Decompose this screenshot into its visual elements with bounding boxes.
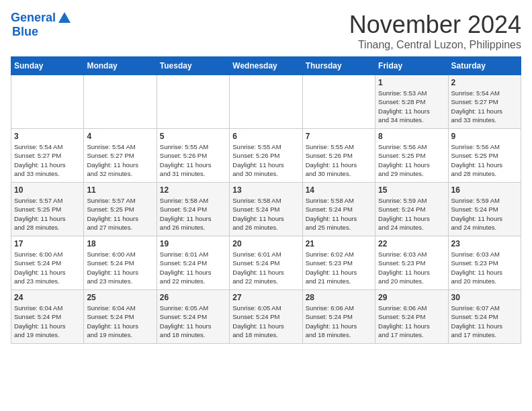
day-info: Sunrise: 5:54 AM Sunset: 5:27 PM Dayligh… [14,142,81,178]
day-info: Sunrise: 6:04 AM Sunset: 5:24 PM Dayligh… [14,304,81,339]
calendar-week-row: 1Sunrise: 5:53 AM Sunset: 5:28 PM Daylig… [11,75,521,129]
calendar-cell [302,75,375,129]
day-number: 30 [451,293,518,302]
day-info: Sunrise: 5:58 AM Sunset: 5:24 PM Dayligh… [160,196,226,232]
calendar-cell [157,75,229,129]
day-info: Sunrise: 5:53 AM Sunset: 5:28 PM Dayligh… [378,89,445,124]
day-number: 26 [160,293,226,302]
day-number: 3 [14,132,81,141]
day-info: Sunrise: 6:05 AM Sunset: 5:24 PM Dayligh… [232,304,299,339]
day-info: Sunrise: 5:59 AM Sunset: 5:24 PM Dayligh… [451,196,518,232]
day-info: Sunrise: 6:04 AM Sunset: 5:24 PM Dayligh… [87,304,153,339]
day-info: Sunrise: 5:55 AM Sunset: 5:26 PM Dayligh… [306,142,372,178]
svg-marker-0 [58,12,71,23]
day-number: 21 [306,239,372,248]
location: Tinang, Central Luzon, Philippines [349,39,521,51]
day-number: 28 [306,293,372,302]
calendar-week-row: 17Sunrise: 6:00 AM Sunset: 5:24 PM Dayli… [11,236,521,290]
logo: General Blue [11,11,72,39]
calendar-cell: 28Sunrise: 6:06 AM Sunset: 5:24 PM Dayli… [302,290,375,344]
calendar-cell: 6Sunrise: 5:55 AM Sunset: 5:26 PM Daylig… [230,129,302,183]
logo-icon [57,11,72,26]
day-number: 8 [378,132,445,141]
day-info: Sunrise: 5:58 AM Sunset: 5:24 PM Dayligh… [232,196,299,232]
day-number: 17 [14,239,81,248]
logo-text: General [11,11,56,25]
day-info: Sunrise: 6:01 AM Sunset: 5:24 PM Dayligh… [232,250,299,285]
day-info: Sunrise: 5:56 AM Sunset: 5:25 PM Dayligh… [378,142,445,178]
day-info: Sunrise: 6:07 AM Sunset: 5:24 PM Dayligh… [451,304,518,339]
calendar-cell: 13Sunrise: 5:58 AM Sunset: 5:24 PM Dayli… [230,183,302,236]
calendar-cell: 9Sunrise: 5:56 AM Sunset: 5:25 PM Daylig… [448,129,521,183]
logo-blue-text: Blue [12,26,38,39]
calendar-week-row: 24Sunrise: 6:04 AM Sunset: 5:24 PM Dayli… [11,290,521,344]
day-info: Sunrise: 5:54 AM Sunset: 5:27 PM Dayligh… [87,142,153,178]
day-number: 29 [378,293,445,302]
calendar-cell: 19Sunrise: 6:01 AM Sunset: 5:24 PM Dayli… [157,236,229,290]
weekday-header: Wednesday [230,57,302,75]
day-info: Sunrise: 6:02 AM Sunset: 5:23 PM Dayligh… [306,250,372,285]
day-number: 14 [306,185,372,195]
day-number: 25 [87,293,153,302]
calendar-cell: 7Sunrise: 5:55 AM Sunset: 5:26 PM Daylig… [302,129,375,183]
calendar-cell: 3Sunrise: 5:54 AM Sunset: 5:27 PM Daylig… [11,129,84,183]
calendar-week-row: 3Sunrise: 5:54 AM Sunset: 5:27 PM Daylig… [11,129,521,183]
calendar-cell: 30Sunrise: 6:07 AM Sunset: 5:24 PM Dayli… [448,290,521,344]
calendar-cell: 14Sunrise: 5:58 AM Sunset: 5:24 PM Dayli… [302,183,375,236]
weekday-header: Thursday [302,57,375,75]
calendar-cell: 26Sunrise: 6:05 AM Sunset: 5:24 PM Dayli… [157,290,229,344]
calendar-week-row: 10Sunrise: 5:57 AM Sunset: 5:25 PM Dayli… [11,183,521,236]
day-number: 22 [378,239,445,248]
calendar-cell: 16Sunrise: 5:59 AM Sunset: 5:24 PM Dayli… [448,183,521,236]
day-number: 19 [160,239,226,248]
day-info: Sunrise: 5:58 AM Sunset: 5:24 PM Dayligh… [306,196,372,232]
calendar-cell: 27Sunrise: 6:05 AM Sunset: 5:24 PM Dayli… [230,290,302,344]
day-number: 23 [451,239,518,248]
day-number: 15 [378,185,445,195]
day-number: 16 [451,185,518,195]
day-number: 7 [306,132,372,141]
calendar-cell: 21Sunrise: 6:02 AM Sunset: 5:23 PM Dayli… [302,236,375,290]
day-info: Sunrise: 5:57 AM Sunset: 5:25 PM Dayligh… [14,196,81,232]
day-number: 27 [232,293,299,302]
calendar-cell: 20Sunrise: 6:01 AM Sunset: 5:24 PM Dayli… [230,236,302,290]
day-number: 6 [232,132,299,141]
page-header: General Blue November 2024 Tinang, Centr… [11,11,521,51]
day-info: Sunrise: 5:59 AM Sunset: 5:24 PM Dayligh… [378,196,445,232]
weekday-header: Monday [84,57,157,75]
calendar-cell: 8Sunrise: 5:56 AM Sunset: 5:25 PM Daylig… [375,129,448,183]
weekday-header: Tuesday [157,57,229,75]
day-number: 20 [232,239,299,248]
calendar-cell [230,75,302,129]
calendar-cell: 23Sunrise: 6:03 AM Sunset: 5:23 PM Dayli… [448,236,521,290]
calendar-cell: 1Sunrise: 5:53 AM Sunset: 5:28 PM Daylig… [375,75,448,129]
day-info: Sunrise: 6:03 AM Sunset: 5:23 PM Dayligh… [378,250,445,285]
calendar-cell: 29Sunrise: 6:06 AM Sunset: 5:24 PM Dayli… [375,290,448,344]
month-title: November 2024 [349,11,521,39]
day-info: Sunrise: 6:00 AM Sunset: 5:24 PM Dayligh… [87,250,153,285]
calendar-cell: 12Sunrise: 5:58 AM Sunset: 5:24 PM Dayli… [157,183,229,236]
weekday-header: Friday [375,57,448,75]
day-info: Sunrise: 5:55 AM Sunset: 5:26 PM Dayligh… [232,142,299,178]
title-block: November 2024 Tinang, Central Luzon, Phi… [349,11,521,51]
calendar-cell: 5Sunrise: 5:55 AM Sunset: 5:26 PM Daylig… [157,129,229,183]
day-info: Sunrise: 5:57 AM Sunset: 5:25 PM Dayligh… [87,196,153,232]
calendar-cell: 25Sunrise: 6:04 AM Sunset: 5:24 PM Dayli… [84,290,157,344]
calendar-cell: 4Sunrise: 5:54 AM Sunset: 5:27 PM Daylig… [84,129,157,183]
weekday-header-row: SundayMondayTuesdayWednesdayThursdayFrid… [11,57,521,75]
day-number: 10 [14,185,81,195]
calendar-cell: 18Sunrise: 6:00 AM Sunset: 5:24 PM Dayli… [84,236,157,290]
day-info: Sunrise: 6:03 AM Sunset: 5:23 PM Dayligh… [451,250,518,285]
calendar-cell: 24Sunrise: 6:04 AM Sunset: 5:24 PM Dayli… [11,290,84,344]
day-info: Sunrise: 5:56 AM Sunset: 5:25 PM Dayligh… [451,142,518,178]
calendar-cell: 2Sunrise: 5:54 AM Sunset: 5:27 PM Daylig… [448,75,521,129]
calendar-cell: 15Sunrise: 5:59 AM Sunset: 5:24 PM Dayli… [375,183,448,236]
calendar-cell: 22Sunrise: 6:03 AM Sunset: 5:23 PM Dayli… [375,236,448,290]
day-number: 4 [87,132,153,141]
day-number: 9 [451,132,518,141]
day-number: 2 [451,78,518,87]
day-number: 24 [14,293,81,302]
day-number: 18 [87,239,153,248]
day-info: Sunrise: 5:55 AM Sunset: 5:26 PM Dayligh… [160,142,226,178]
weekday-header: Saturday [448,57,521,75]
